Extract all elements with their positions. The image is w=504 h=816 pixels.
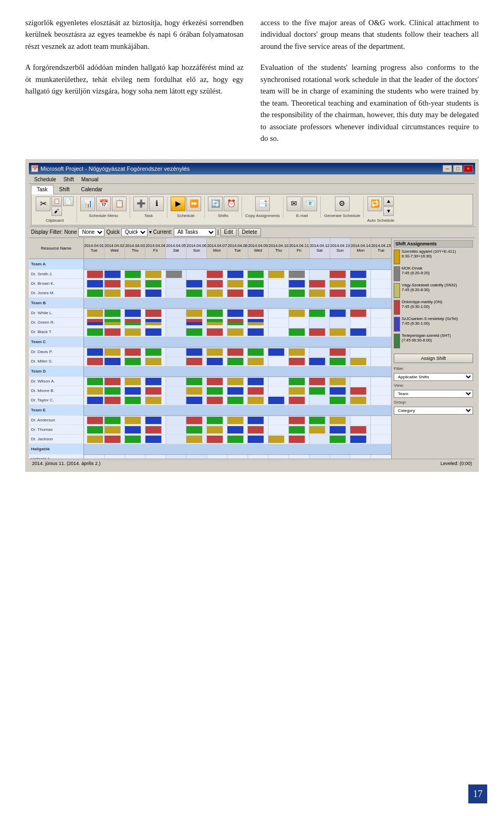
auto-up-btn[interactable]: ▲ (383, 197, 394, 206)
filter-select[interactable]: Applicable Shifts (394, 373, 473, 381)
shift-btn[interactable]: 🔄 (208, 197, 223, 211)
svg-rect-201 (186, 436, 202, 443)
svg-rect-41 (309, 280, 325, 287)
ribbon-body: ✂ 📋 📄 🖌 Clipboard (31, 194, 473, 225)
legend-text-1: Szernités agyáret (10Y+E-411)8:30-7:30+1… (402, 249, 456, 260)
shifts-label: Shifts (218, 213, 228, 218)
main-area: Resource Name Team A Dr. Smith J. Dr. Br… (29, 238, 475, 459)
edit-label: | (217, 229, 219, 235)
add-btn[interactable]: ➕ (133, 197, 148, 211)
quick-dropdown[interactable]: Quick (121, 228, 148, 236)
win-controls[interactable]: ─ □ × (443, 165, 473, 172)
menu-schedule[interactable]: Schedule (31, 176, 59, 183)
svg-rect-136 (186, 378, 202, 385)
copy-assign-btn[interactable]: 📑 (255, 197, 270, 211)
svg-rect-20 (104, 271, 120, 278)
menu-calendar[interactable]: Manual (78, 176, 102, 183)
paste-btn[interactable]: 📄 (63, 197, 74, 206)
svg-rect-33 (104, 280, 120, 287)
minimize-button[interactable]: ─ (443, 165, 452, 172)
ribbon-group-task: ➕ ℹ Task (132, 197, 167, 218)
toolbar-row: Display Filter: None None Quick Quick ▾ … (29, 227, 475, 238)
gantt-btn[interactable]: 📊 (80, 197, 95, 211)
ribbon-tab-calendar[interactable]: Calendar (76, 185, 109, 194)
edit-button[interactable]: Edit (220, 228, 237, 236)
svg-rect-122 (207, 358, 223, 365)
svg-rect-128 (350, 358, 366, 365)
svg-rect-77 (125, 319, 141, 322)
svg-rect-189 (207, 426, 223, 433)
svg-rect-208 (350, 436, 366, 443)
resource-row-4: Dr. Jones M. (29, 288, 83, 298)
svg-rect-204 (248, 436, 264, 443)
view-select[interactable]: Team (394, 390, 473, 398)
small-row2: 🖌 (51, 206, 74, 216)
ribbon-group-schedule: ▶ ⏩ Schedule (170, 197, 205, 218)
svg-rect-85 (227, 319, 243, 322)
right-paragraph2: Evaluation of the students' learning pro… (260, 61, 479, 144)
svg-rect-119 (125, 358, 141, 365)
maximize-button[interactable]: □ (453, 165, 463, 172)
svg-rect-194 (330, 426, 345, 433)
close-button[interactable]: × (464, 165, 473, 172)
legend-item-5: SzJCsanker-S rendekép (SzTet)7:45 (6:30-… (394, 316, 473, 332)
svg-rect-81 (186, 319, 202, 322)
generate-btns: ⚙ (335, 197, 350, 211)
svg-rect-187 (145, 426, 161, 433)
svg-rect-160 (145, 397, 161, 404)
delete-button[interactable]: Delete (238, 228, 261, 236)
left-paragraph2: A forgórendszerből adódóan minden hallga… (25, 61, 244, 97)
app-icon: 📅 (31, 165, 38, 172)
legend-color-1 (394, 250, 400, 264)
svg-rect-103 (84, 337, 391, 347)
date-col-4: 2014.04.04Fri (145, 238, 166, 259)
page-content: szigorlók egyenletes elosztását az bizto… (0, 0, 504, 514)
resource-row-7: Dr. Green R. (29, 318, 83, 327)
auto-btn[interactable]: 🔁 (368, 197, 382, 211)
none-dropdown[interactable]: None (78, 228, 104, 236)
legend-item-4: Ónköröpje-martily (ON)7:45 (6:30-1:00) (394, 299, 473, 315)
email-btns: ✉ 📧 (287, 197, 317, 211)
date-col-8: 2014.04.08Tue (227, 238, 248, 259)
svg-rect-71 (350, 309, 366, 317)
svg-rect-207 (330, 436, 345, 443)
respect-btn[interactable]: ⏩ (186, 197, 201, 211)
schedule-btn[interactable]: ▶ (171, 197, 185, 211)
svg-rect-53 (289, 290, 304, 297)
current-filter[interactable]: All Tasks (174, 228, 216, 236)
date-col-5: 2014.04.05Sat (166, 238, 186, 259)
ribbon-area: Task Shift Calendar ✂ 📋 📄 (29, 184, 475, 227)
group-select[interactable]: Category (394, 407, 473, 415)
delete-btn[interactable]: ✂ (36, 197, 50, 211)
auto-down-btn[interactable]: ▼ (383, 206, 394, 216)
svg-rect-76 (104, 322, 120, 325)
calendar-view-btn[interactable]: 📅 (96, 197, 111, 211)
svg-rect-67 (248, 309, 264, 317)
svg-rect-83 (207, 319, 223, 322)
copy-btn[interactable]: 📋 (51, 197, 62, 206)
svg-rect-155 (350, 387, 366, 395)
ribbon-tab-task[interactable]: Task (31, 185, 54, 194)
svg-rect-47 (125, 290, 141, 297)
generate-btn[interactable]: ⚙ (335, 197, 350, 211)
format-btn[interactable]: 🖌 (51, 206, 62, 216)
right-paragraph1: access to the five major areas of O&G wo… (260, 17, 479, 52)
task-view-btn[interactable]: 📋 (112, 197, 127, 211)
schedule-email-btn[interactable]: 📧 (302, 197, 317, 211)
ribbon-group-copy: 📑 Copy Assignments (244, 197, 284, 218)
ribbon-tab-shift[interactable]: Shift (54, 185, 76, 194)
svg-rect-166 (289, 397, 304, 404)
resource-row-19: Dr. Jackson (29, 435, 83, 444)
email-label: E-mail (296, 213, 308, 218)
menu-shift[interactable]: Shift (60, 176, 77, 183)
svg-rect-199 (125, 436, 141, 443)
date-col-2: 2014.04.02Wed (104, 238, 125, 259)
time-btn[interactable]: ⏰ (224, 197, 238, 211)
assign-shift-button[interactable]: Assign Shift (394, 354, 473, 363)
svg-rect-97 (248, 328, 264, 336)
svg-rect-198 (104, 436, 120, 443)
legend-color-4 (394, 300, 400, 315)
svg-rect-51 (227, 290, 243, 297)
email-btn[interactable]: ✉ (287, 197, 301, 211)
details-btn[interactable]: ℹ (149, 197, 164, 211)
